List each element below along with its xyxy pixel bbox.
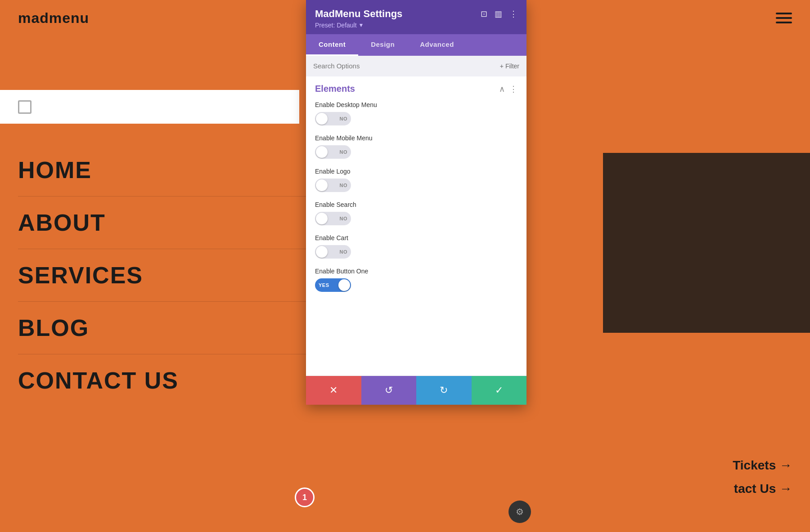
save-button[interactable]: ✓ xyxy=(472,376,527,405)
floating-action-button[interactable]: ⚙ xyxy=(508,501,531,523)
nav-item-contact[interactable]: CONTACT US xyxy=(18,363,310,398)
toggle-row-cart: Enable Cart NO xyxy=(315,234,518,259)
toggle-label-mobile-menu: Enable Mobile Menu xyxy=(315,134,518,142)
toggle-row-desktop-menu: Enable Desktop Menu NO xyxy=(315,101,518,125)
toggle-mobile-menu[interactable]: NO xyxy=(315,145,351,159)
tab-content[interactable]: Content xyxy=(306,34,358,56)
toggle-knob xyxy=(316,213,328,224)
toggle-state-text: YES xyxy=(319,282,329,288)
elements-section-header: Elements ∧ ⋮ xyxy=(315,84,518,94)
toggle-knob xyxy=(316,179,328,191)
panel-search: + Filter xyxy=(306,56,526,76)
nav-menu: HOME ABOUT SERVICES BLOG CONTACT US xyxy=(18,153,310,398)
nav-separator-2 xyxy=(18,249,310,249)
toggle-state-text: NO xyxy=(340,249,348,255)
panel-footer: ✕ ↺ ↻ ✓ xyxy=(306,376,526,405)
hamburger-menu[interactable] xyxy=(776,13,792,23)
settings-panel: MadMenu Settings ⊡ ▥ ⋮ Preset: Default ▼… xyxy=(306,0,526,405)
redo-button[interactable]: ↻ xyxy=(416,376,472,405)
nav-separator-4 xyxy=(18,354,310,354)
toggle-button-one[interactable]: YES xyxy=(315,278,351,292)
collapse-section-button[interactable]: ∧ xyxy=(499,84,505,94)
toggle-wrap-logo: NO xyxy=(315,179,518,192)
toggle-wrap-search: NO xyxy=(315,212,518,225)
toggle-wrap-desktop-menu: NO xyxy=(315,112,518,125)
toggle-label-button-one: Enable Button One xyxy=(315,268,518,275)
toggle-label-cart: Enable Cart xyxy=(315,234,518,241)
toggle-label-desktop-menu: Enable Desktop Menu xyxy=(315,101,518,108)
checkbox-icon[interactable] xyxy=(18,100,32,114)
nav-item-about[interactable]: ABOUT xyxy=(18,206,310,240)
bottom-links: Tickets → tact Us → xyxy=(733,458,792,496)
filter-button[interactable]: + Filter xyxy=(500,63,519,70)
section-title: Elements xyxy=(315,84,355,94)
toggle-wrap-mobile-menu: NO xyxy=(315,145,518,159)
search-input[interactable] xyxy=(313,62,500,70)
panel-icons: ⊡ ▥ ⋮ xyxy=(481,9,518,19)
toggle-state-text: NO xyxy=(340,183,348,188)
panel-tabs: Content Design Advanced xyxy=(306,34,526,56)
search-wrap xyxy=(313,62,500,70)
toggle-state-text: NO xyxy=(340,116,348,121)
panel-title: MadMenu Settings xyxy=(315,8,402,20)
nav-separator-3 xyxy=(18,301,310,302)
toggle-row-mobile-menu: Enable Mobile Menu NO xyxy=(315,134,518,159)
panel-preset[interactable]: Preset: Default ▼ xyxy=(315,22,518,29)
panel-header: MadMenu Settings ⊡ ▥ ⋮ Preset: Default ▼ xyxy=(306,0,526,34)
toggle-row-button-one: Enable Button One YES xyxy=(315,268,518,292)
white-bar xyxy=(0,90,299,124)
undo-button[interactable]: ↺ xyxy=(361,376,417,405)
cancel-button[interactable]: ✕ xyxy=(306,376,361,405)
toggle-wrap-cart: NO xyxy=(315,245,518,259)
hero-image xyxy=(603,153,810,333)
nav-item-blog[interactable]: BLOG xyxy=(18,311,310,345)
toggle-label-logo: Enable Logo xyxy=(315,168,518,175)
toggle-logo[interactable]: NO xyxy=(315,179,351,192)
logo: madmenu xyxy=(18,10,89,27)
toggle-row-search: Enable Search NO xyxy=(315,201,518,225)
more-options-icon[interactable]: ⋮ xyxy=(509,9,518,19)
nav-item-home[interactable]: HOME xyxy=(18,153,310,187)
toggle-cart[interactable]: NO xyxy=(315,245,351,259)
contact-link[interactable]: tact Us → xyxy=(734,482,792,496)
panel-title-row: MadMenu Settings ⊡ ▥ ⋮ xyxy=(315,8,518,20)
toggle-knob xyxy=(316,146,328,158)
toggle-knob xyxy=(316,246,328,258)
resize-icon[interactable]: ⊡ xyxy=(481,9,487,19)
toggle-row-logo: Enable Logo NO xyxy=(315,168,518,192)
toggle-state-text: NO xyxy=(340,216,348,221)
panel-body: Elements ∧ ⋮ Enable Desktop Menu NO Enab… xyxy=(306,76,526,376)
tab-advanced[interactable]: Advanced xyxy=(407,34,467,56)
columns-icon[interactable]: ▥ xyxy=(495,9,502,19)
preset-arrow-icon: ▼ xyxy=(359,22,364,28)
toggle-label-search: Enable Search xyxy=(315,201,518,208)
tab-design[interactable]: Design xyxy=(358,34,407,56)
toggle-knob xyxy=(338,279,350,291)
toggle-search[interactable]: NO xyxy=(315,212,351,225)
toggle-knob xyxy=(316,113,328,125)
toggle-state-text: NO xyxy=(340,149,348,155)
nav-separator xyxy=(18,196,310,197)
section-actions: ∧ ⋮ xyxy=(499,84,518,94)
settings-fab-icon: ⚙ xyxy=(516,506,524,517)
toggle-desktop-menu[interactable]: NO xyxy=(315,112,351,125)
section-more-button[interactable]: ⋮ xyxy=(509,84,518,94)
tickets-link[interactable]: Tickets → xyxy=(733,458,792,473)
notification-badge: 1 xyxy=(295,487,315,507)
nav-item-services[interactable]: SERVICES xyxy=(18,258,310,292)
toggle-wrap-button-one: YES xyxy=(315,278,518,292)
